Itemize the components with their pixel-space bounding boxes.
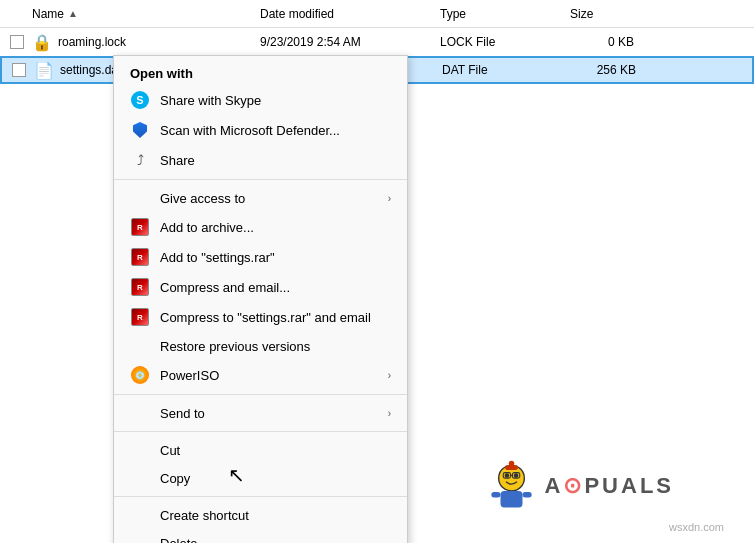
- cut-label: Cut: [160, 443, 391, 458]
- menu-copy[interactable]: Copy: [114, 464, 407, 492]
- add-archive-label: Add to archive...: [160, 220, 391, 235]
- winrar-icon-1: R: [130, 217, 150, 237]
- col-type-header[interactable]: Type: [440, 7, 570, 21]
- type-label: Type: [440, 7, 466, 21]
- menu-delete[interactable]: Delete: [114, 529, 407, 543]
- roaming-lock-name: roaming.lock: [58, 35, 126, 49]
- submenu-arrow-send: ›: [388, 408, 391, 419]
- winrar-icon-3: R: [130, 277, 150, 297]
- share-label: Share: [160, 153, 391, 168]
- menu-add-archive[interactable]: R Add to archive...: [114, 212, 407, 242]
- compress-email-label: Compress and email...: [160, 280, 391, 295]
- menu-compress-rar-email[interactable]: R Compress to "settings.rar" and email: [114, 302, 407, 332]
- size-label: Size: [570, 7, 593, 21]
- separator-1: [114, 179, 407, 180]
- poweriso-icon: 💿: [130, 365, 150, 385]
- create-shortcut-label: Create shortcut: [160, 508, 391, 523]
- roaming-size: 0 KB: [570, 35, 650, 49]
- lock-file-icon: 🔒: [32, 32, 52, 52]
- delete-label: Delete: [160, 536, 391, 544]
- skype-icon: S: [130, 90, 150, 110]
- menu-scan-defender[interactable]: Scan with Microsoft Defender...: [114, 115, 407, 145]
- add-settings-rar-label: Add to "settings.rar": [160, 250, 391, 265]
- share-icon: ⤴: [130, 150, 150, 170]
- roaming-type: LOCK File: [440, 35, 570, 49]
- restore-label: Restore previous versions: [160, 339, 391, 354]
- compress-rar-email-label: Compress to "settings.rar" and email: [160, 310, 391, 325]
- defender-icon: [130, 120, 150, 140]
- submenu-arrow-access: ›: [388, 193, 391, 204]
- send-to-label: Send to: [160, 406, 388, 421]
- submenu-arrow-poweriso: ›: [388, 370, 391, 381]
- col-date-header[interactable]: Date modified: [260, 7, 440, 21]
- sort-arrow-icon: ▲: [68, 8, 78, 19]
- poweriso-label: PowerISO: [160, 368, 388, 383]
- row-checkbox[interactable]: [8, 33, 26, 51]
- settings-checkbox-area[interactable]: [10, 61, 28, 79]
- file-list-header: Name ▲ Date modified Type Size: [0, 0, 754, 28]
- menu-share-skype[interactable]: S Share with Skype: [114, 85, 407, 115]
- menu-share[interactable]: ⤴ Share: [114, 145, 407, 175]
- winrar-icon-4: R: [130, 307, 150, 327]
- checkbox-settings[interactable]: [12, 63, 26, 77]
- settings-type: DAT File: [442, 63, 572, 77]
- file-row-roaming-lock[interactable]: 🔒 roaming.lock 9/23/2019 2:54 AM LOCK Fi…: [0, 28, 754, 56]
- menu-poweriso[interactable]: 💿 PowerISO ›: [114, 360, 407, 390]
- dat-file-icon: 📄: [34, 60, 54, 80]
- menu-give-access[interactable]: Give access to ›: [114, 184, 407, 212]
- share-skype-label: Share with Skype: [160, 93, 391, 108]
- separator-3: [114, 431, 407, 432]
- date-label: Date modified: [260, 7, 334, 21]
- copy-label: Copy: [160, 471, 391, 486]
- menu-restore[interactable]: Restore previous versions: [114, 332, 407, 360]
- separator-4: [114, 496, 407, 497]
- menu-send-to[interactable]: Send to ›: [114, 399, 407, 427]
- menu-add-settings-rar[interactable]: R Add to "settings.rar": [114, 242, 407, 272]
- menu-cut[interactable]: Cut: [114, 436, 407, 464]
- winrar-icon-2: R: [130, 247, 150, 267]
- col-size-header[interactable]: Size: [570, 7, 650, 21]
- settings-size: 256 KB: [572, 63, 652, 77]
- col-name-header[interactable]: Name ▲: [0, 7, 260, 21]
- roaming-date: 9/23/2019 2:54 AM: [260, 35, 440, 49]
- checkbox-roaming[interactable]: [10, 35, 24, 49]
- menu-create-shortcut[interactable]: Create shortcut: [114, 501, 407, 529]
- separator-2: [114, 394, 407, 395]
- scan-defender-label: Scan with Microsoft Defender...: [160, 123, 391, 138]
- menu-compress-email[interactable]: R Compress and email...: [114, 272, 407, 302]
- file-icon-cell: 🔒 roaming.lock: [0, 32, 260, 52]
- context-menu: Open with S Share with Skype Scan with M…: [113, 55, 408, 543]
- open-with-header: Open with: [114, 60, 407, 85]
- give-access-label: Give access to: [160, 191, 388, 206]
- name-label: Name: [32, 7, 64, 21]
